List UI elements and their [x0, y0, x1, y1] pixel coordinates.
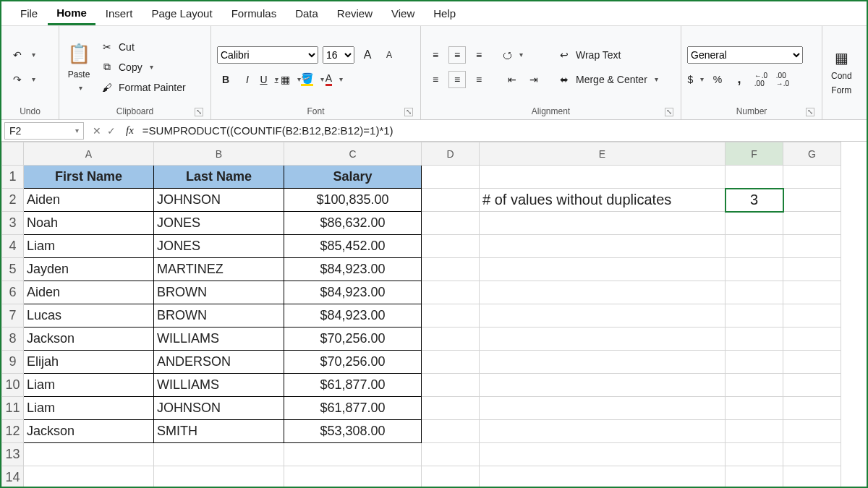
cell-A2[interactable]: Aiden — [24, 189, 154, 212]
row-head-9[interactable]: 9 — [2, 351, 24, 374]
row-head-10[interactable]: 10 — [2, 374, 24, 397]
cell-A13[interactable] — [24, 443, 154, 466]
orientation-button[interactable]: ⭯ — [503, 46, 521, 64]
align-bottom-button[interactable]: ≡ — [470, 46, 488, 64]
cell-G6[interactable] — [783, 281, 841, 304]
accounting-format-button[interactable]: $ — [687, 71, 705, 88]
cell-C10[interactable]: $61,877.00 — [284, 374, 422, 397]
cell-G1[interactable] — [783, 166, 841, 189]
row-head-11[interactable]: 11 — [2, 397, 24, 420]
cell-D3[interactable] — [422, 212, 480, 235]
tab-home[interactable]: Home — [48, 2, 95, 25]
cell-G8[interactable] — [783, 328, 841, 351]
select-all-corner[interactable] — [2, 142, 24, 166]
cell-A12[interactable]: Jackson — [24, 420, 154, 443]
cell-D9[interactable] — [422, 351, 480, 374]
cell-C9[interactable]: $70,256.00 — [284, 351, 422, 374]
cell-G2[interactable] — [783, 189, 841, 212]
increase-indent-button[interactable]: ⇥ — [525, 71, 542, 88]
cut-button[interactable]: ✂Cut — [97, 38, 137, 56]
col-head-G[interactable]: G — [783, 142, 841, 166]
row-head-1[interactable]: 1 — [2, 166, 24, 189]
cell-A7[interactable]: Lucas — [24, 304, 154, 328]
tab-page-layout[interactable]: Page Layout — [142, 3, 221, 24]
align-middle-button[interactable]: ≡ — [448, 46, 466, 64]
formula-input[interactable]: =SUMPRODUCT((COUNTIF(B2:B12,B2:B12)=1)*1… — [138, 123, 867, 138]
shrink-font-button[interactable]: A — [380, 46, 398, 64]
percent-format-button[interactable]: % — [709, 71, 726, 88]
cell-E11[interactable] — [480, 397, 726, 420]
row-head-6[interactable]: 6 — [2, 281, 24, 304]
format-painter-button[interactable]: 🖌Format Painter — [97, 79, 189, 96]
cell-D4[interactable] — [422, 235, 480, 258]
cell-D11[interactable] — [422, 397, 480, 420]
cell-F11[interactable] — [726, 397, 783, 420]
cell-B6[interactable]: BROWN — [154, 281, 284, 304]
cell-E7[interactable] — [480, 304, 726, 328]
underline-button[interactable]: U — [260, 71, 278, 88]
align-right-button[interactable]: ≡ — [470, 71, 488, 88]
cell-B2[interactable]: JOHNSON — [154, 189, 284, 212]
cell-F7[interactable] — [726, 304, 783, 328]
cell-F13[interactable] — [726, 443, 783, 466]
cell-B11[interactable]: JOHNSON — [154, 397, 284, 420]
cell-A6[interactable]: Aiden — [24, 281, 154, 304]
cell-C14[interactable] — [284, 466, 422, 489]
row-head-8[interactable]: 8 — [2, 328, 24, 351]
cell-D10[interactable] — [422, 374, 480, 397]
cell-G5[interactable] — [783, 258, 841, 281]
align-left-button[interactable]: ≡ — [427, 71, 444, 88]
cell-E8[interactable] — [480, 328, 726, 351]
cell-F3[interactable] — [726, 212, 783, 235]
tab-file[interactable]: File — [12, 3, 46, 24]
cell-B3[interactable]: JONES — [154, 212, 284, 235]
borders-button[interactable]: ▦ — [282, 71, 299, 88]
cancel-formula-button[interactable]: ✕ — [93, 125, 101, 137]
cell-E1[interactable] — [480, 166, 726, 189]
row-head-12[interactable]: 12 — [2, 420, 24, 443]
cell-B9[interactable]: ANDERSON — [154, 351, 284, 374]
cell-D6[interactable] — [422, 281, 480, 304]
decrease-indent-button[interactable]: ⇤ — [503, 71, 521, 88]
cell-C8[interactable]: $70,256.00 — [284, 328, 422, 351]
cell-E6[interactable] — [480, 281, 726, 304]
cell-E14[interactable] — [480, 466, 726, 489]
cell-C4[interactable]: $85,452.00 — [284, 235, 422, 258]
col-head-A[interactable]: A — [24, 142, 154, 166]
cell-G11[interactable] — [783, 397, 841, 420]
cell-C3[interactable]: $86,632.00 — [284, 212, 422, 235]
grow-font-button[interactable]: A — [359, 46, 376, 64]
cell-A1[interactable]: First Name — [24, 166, 154, 189]
row-head-4[interactable]: 4 — [2, 235, 24, 258]
row-head-14[interactable]: 14 — [2, 466, 24, 489]
tab-insert[interactable]: Insert — [97, 3, 142, 24]
copy-button[interactable]: ⧉Copy — [97, 59, 156, 76]
cell-E4[interactable] — [480, 235, 726, 258]
cell-C6[interactable]: $84,923.00 — [284, 281, 422, 304]
cell-F6[interactable] — [726, 281, 783, 304]
tab-review[interactable]: Review — [328, 3, 381, 24]
cell-A9[interactable]: Elijah — [24, 351, 154, 374]
col-head-C[interactable]: C — [284, 142, 422, 166]
cell-F4[interactable] — [726, 235, 783, 258]
col-head-E[interactable]: E — [480, 142, 726, 166]
cell-D14[interactable] — [422, 466, 480, 489]
cell-D1[interactable] — [422, 166, 480, 189]
cell-G7[interactable] — [783, 304, 841, 328]
cell-B1[interactable]: Last Name — [154, 166, 284, 189]
cell-A8[interactable]: Jackson — [24, 328, 154, 351]
cell-F9[interactable] — [726, 351, 783, 374]
row-head-7[interactable]: 7 — [2, 304, 24, 328]
col-head-B[interactable]: B — [154, 142, 284, 166]
tab-help[interactable]: Help — [425, 3, 464, 24]
cell-A4[interactable]: Liam — [24, 235, 154, 258]
cell-E10[interactable] — [480, 374, 726, 397]
wrap-text-button[interactable]: ↩Wrap Text — [554, 46, 624, 64]
conditional-formatting-button[interactable]: ▦ Cond Form — [828, 56, 855, 88]
italic-button[interactable]: I — [239, 71, 256, 88]
paste-button[interactable]: 📋 Paste — [65, 51, 93, 83]
font-name-select[interactable]: Calibri — [217, 46, 318, 64]
align-top-button[interactable]: ≡ — [427, 46, 444, 64]
cell-G14[interactable] — [783, 466, 841, 489]
font-launcher-icon[interactable]: ⤡ — [404, 108, 413, 116]
